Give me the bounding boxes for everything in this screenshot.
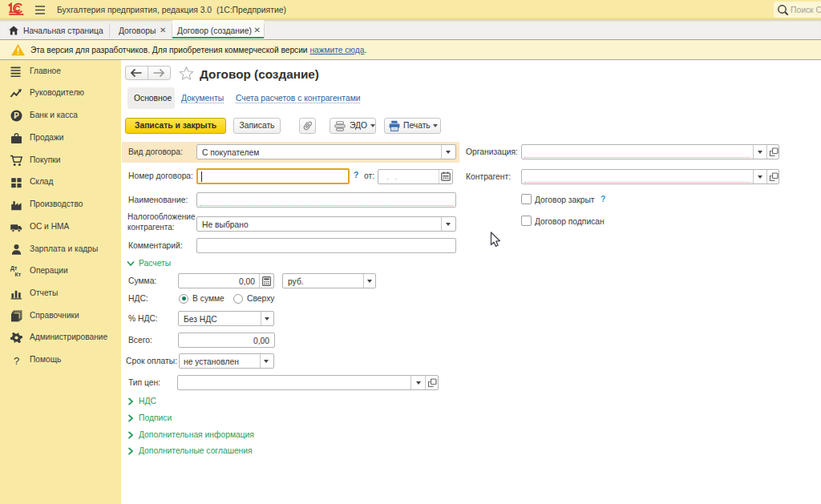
svg-text:Р: Р [14,111,19,120]
svg-text:Кт: Кт [14,272,21,277]
svg-text:?: ? [14,354,19,366]
svg-text:Дт: Дт [10,265,18,272]
